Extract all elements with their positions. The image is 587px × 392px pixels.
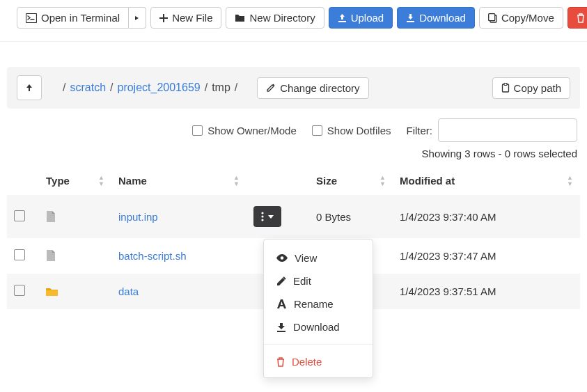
sort-icon: ▲▼: [567, 175, 573, 187]
clipboard-icon: [501, 83, 510, 93]
col-name[interactable]: Name ▲▼: [111, 166, 246, 195]
breadcrumb-sep: /: [235, 81, 237, 94]
file-icon: [46, 211, 104, 223]
breadcrumb-current: tmp: [212, 81, 230, 94]
breadcrumb-sep: /: [205, 81, 208, 94]
copy-move-label: Copy/Move: [501, 12, 554, 24]
show-owner-label: Show Owner/Mode: [208, 125, 297, 136]
file-icon: [46, 250, 104, 262]
breadcrumb-scratch[interactable]: scratch: [70, 81, 106, 94]
caret-right-icon: [134, 16, 140, 20]
open-terminal-button[interactable]: Open in Terminal: [17, 7, 129, 29]
upload-icon: [338, 13, 347, 22]
download-button[interactable]: Download: [397, 7, 475, 29]
svg-point-5: [261, 212, 263, 214]
col-modified[interactable]: Modified at ▲▼: [393, 166, 580, 195]
file-link[interactable]: batch-script.sh: [118, 250, 187, 262]
file-link[interactable]: input.inp: [118, 211, 158, 223]
checkbox-icon: [192, 125, 203, 136]
top-toolbar: Open in Terminal New File New Directory …: [0, 0, 587, 42]
modified-cell: 1/4/2023 9:37:40 AM: [393, 195, 580, 238]
menu-divider: [264, 344, 373, 345]
copy-icon: [488, 13, 497, 23]
copy-path-label: Copy path: [514, 82, 561, 94]
menu-edit[interactable]: Edit: [264, 269, 373, 292]
caret-down-icon: [268, 215, 274, 219]
trash-icon: [276, 357, 285, 367]
download-icon: [406, 13, 415, 22]
open-terminal-caret[interactable]: [129, 7, 146, 29]
col-size[interactable]: Size ▲▼: [309, 166, 393, 195]
row-checkbox[interactable]: [14, 210, 25, 221]
menu-view-label: View: [295, 252, 317, 264]
size-cell: 0 Bytes: [309, 195, 393, 238]
controls-row: Show Owner/Mode Show Dotfiles Filter:: [0, 109, 587, 142]
sort-icon: ▲▼: [379, 175, 386, 187]
edit-icon: [276, 276, 286, 286]
new-directory-button[interactable]: New Directory: [226, 7, 324, 29]
change-directory-button[interactable]: Change directory: [257, 77, 368, 99]
svg-rect-0: [26, 13, 37, 22]
delete-button[interactable]: Delete: [568, 7, 587, 29]
copy-move-button[interactable]: Copy/Move: [479, 7, 563, 29]
breadcrumb-sep: /: [63, 81, 65, 94]
menu-download[interactable]: Download: [264, 315, 373, 338]
download-label: Download: [419, 12, 466, 24]
filter-wrap: Filter:: [407, 118, 578, 142]
breadcrumb: / scratch / project_2001659 / tmp /: [63, 81, 237, 94]
folder-icon: [46, 287, 104, 297]
new-directory-label: New Directory: [249, 12, 315, 24]
edit-icon: [266, 83, 276, 93]
plus-icon: [159, 14, 168, 22]
copy-path-button[interactable]: Copy path: [492, 77, 570, 99]
new-file-label: New File: [172, 12, 212, 24]
file-link[interactable]: data: [118, 285, 139, 297]
terminal-icon: [26, 13, 37, 23]
menu-rename[interactable]: Rename: [264, 292, 373, 315]
open-terminal-group: Open in Terminal: [17, 7, 146, 29]
new-file-button[interactable]: New File: [150, 7, 221, 29]
svg-rect-2: [489, 13, 495, 20]
sort-icon: ▲▼: [233, 175, 240, 187]
svg-point-6: [261, 215, 263, 217]
col-type[interactable]: Type ▲▼: [39, 166, 111, 195]
open-terminal-label: Open in Terminal: [41, 12, 120, 24]
menu-edit-label: Edit: [293, 275, 311, 287]
menu-view[interactable]: View: [264, 246, 373, 269]
filter-input[interactable]: [438, 118, 577, 142]
modified-cell: 1/4/2023 9:37:51 AM: [393, 274, 580, 309]
show-owner-toggle[interactable]: Show Owner/Mode: [192, 125, 297, 136]
table-row: input.inp 0 Bytes 1/4/2023 9:37:40 AM: [7, 195, 580, 238]
row-actions-button[interactable]: [253, 206, 281, 227]
row-checkbox[interactable]: [14, 249, 25, 260]
go-up-button[interactable]: [17, 75, 42, 100]
svg-rect-4: [504, 84, 507, 86]
status-text: Showing 3 rows - 0 rows selected: [0, 142, 587, 166]
folder-icon: [235, 13, 245, 22]
arrow-up-icon: [24, 83, 34, 93]
modified-cell: 1/4/2023 9:37:47 AM: [393, 238, 580, 274]
ellipsis-vertical-icon: [261, 212, 264, 221]
breadcrumb-project[interactable]: project_2001659: [117, 81, 200, 94]
menu-delete-label: Delete: [292, 356, 322, 368]
menu-rename-label: Rename: [294, 298, 334, 310]
row-actions-menu: View Edit Rename Download Delete: [263, 239, 373, 378]
breadcrumb-sep: /: [110, 81, 113, 94]
upload-button[interactable]: Upload: [329, 7, 393, 29]
svg-point-7: [261, 219, 263, 221]
menu-delete[interactable]: Delete: [264, 350, 373, 373]
menu-download-label: Download: [293, 321, 340, 333]
trash-icon: [577, 13, 585, 23]
svg-point-8: [281, 256, 284, 260]
filter-label: Filter:: [407, 125, 433, 136]
show-dotfiles-toggle[interactable]: Show Dotfiles: [312, 125, 391, 136]
row-checkbox[interactable]: [14, 285, 25, 296]
path-bar: / scratch / project_2001659 / tmp / Chan…: [7, 67, 580, 109]
change-directory-label: Change directory: [280, 82, 359, 94]
eye-icon: [276, 254, 288, 262]
sort-icon: ▲▼: [98, 175, 104, 187]
show-dotfiles-label: Show Dotfiles: [327, 125, 391, 136]
font-icon: [276, 299, 287, 308]
upload-label: Upload: [351, 12, 384, 24]
download-icon: [276, 322, 286, 332]
